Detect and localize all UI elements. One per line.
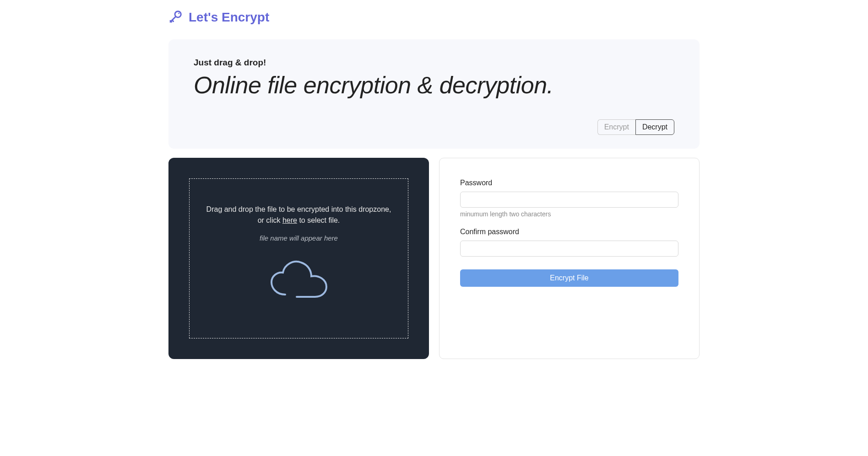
password-hint: minumum length two characters — [460, 210, 678, 218]
file-dropzone[interactable]: Drag and drop the file to be encrypted i… — [189, 178, 408, 338]
confirm-password-label: Confirm password — [460, 228, 678, 236]
tab-decrypt[interactable]: Decrypt — [635, 119, 674, 135]
password-input[interactable] — [460, 192, 678, 208]
hero-section: Just drag & drop! Online file encryption… — [168, 39, 700, 149]
svg-point-1 — [178, 13, 179, 14]
select-file-link[interactable]: here — [282, 216, 297, 224]
encrypt-file-button[interactable]: Encrypt File — [460, 269, 678, 287]
hero-subtitle: Just drag & drop! — [194, 58, 674, 68]
password-label: Password — [460, 179, 678, 187]
password-form: Password minumum length two characters C… — [439, 158, 700, 359]
dropzone-instruction: Drag and drop the file to be encrypted i… — [203, 204, 394, 226]
confirm-password-input[interactable] — [460, 241, 678, 257]
brand-logo: Let's Encrypt — [168, 9, 700, 26]
cloud-upload-icon — [265, 256, 333, 308]
mode-tabs: Encrypt Decrypt — [194, 119, 674, 135]
dropzone-card: Drag and drop the file to be encrypted i… — [168, 158, 429, 359]
hero-title: Online file encryption & decryption. — [194, 71, 674, 99]
key-icon — [168, 9, 183, 26]
selected-filename: file name will appear here — [203, 234, 394, 242]
brand-name: Let's Encrypt — [189, 10, 269, 25]
tab-encrypt[interactable]: Encrypt — [597, 119, 635, 135]
